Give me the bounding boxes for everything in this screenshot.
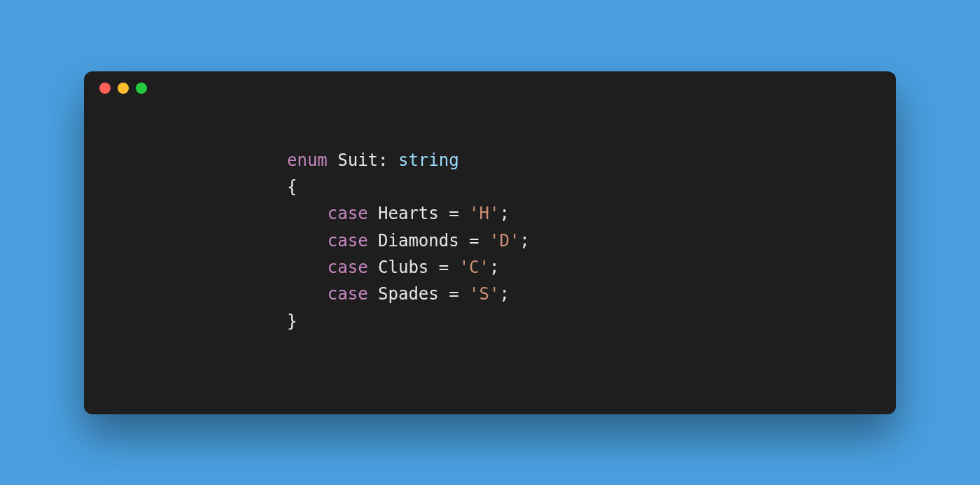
punct-token: =	[449, 204, 458, 223]
keyword-token: case	[328, 284, 368, 304]
window-titlebar	[84, 71, 896, 105]
brace-token: {	[287, 177, 297, 197]
keyword-token: case	[328, 204, 368, 223]
code-line: enum Suit: string	[287, 147, 896, 174]
identifier-token: Spades	[378, 284, 439, 304]
code-line: case Spades = 'S';	[287, 281, 896, 307]
keyword-token: case	[328, 258, 368, 277]
punct-token: ;	[519, 231, 529, 251]
code-line: {	[287, 174, 896, 200]
keyword-token: enum	[287, 150, 328, 170]
code-line: case Diamonds = 'D';	[287, 227, 896, 254]
type-token: string	[398, 150, 459, 170]
identifier-token: Clubs	[378, 258, 428, 277]
code-line: case Clubs = 'C';	[287, 254, 896, 281]
string-token: 'S'	[469, 284, 499, 304]
punct-token: =	[439, 258, 449, 277]
string-token: 'C'	[459, 258, 489, 277]
identifier-token: Suit	[337, 150, 378, 170]
code-line: case Hearts = 'H';	[287, 200, 896, 227]
keyword-token: case	[328, 231, 368, 251]
punct-token: :	[378, 150, 388, 170]
punct-token: =	[469, 231, 479, 251]
maximize-icon[interactable]	[136, 83, 147, 94]
string-token: 'H'	[469, 204, 499, 223]
identifier-token: Hearts	[378, 204, 439, 223]
brace-token: }	[287, 311, 297, 331]
identifier-token: Diamonds	[378, 231, 459, 251]
code-editor: enum Suit: string { case Hearts = 'H'; c…	[84, 105, 896, 335]
code-line: }	[287, 308, 896, 335]
punct-token: ;	[489, 258, 499, 277]
punct-token: =	[449, 284, 458, 304]
minimize-icon[interactable]	[118, 83, 129, 94]
punct-token: ;	[499, 204, 509, 223]
string-token: 'D'	[489, 231, 519, 251]
code-window: enum Suit: string { case Hearts = 'H'; c…	[84, 71, 896, 414]
close-icon[interactable]	[99, 83, 111, 94]
punct-token: ;	[499, 284, 509, 304]
